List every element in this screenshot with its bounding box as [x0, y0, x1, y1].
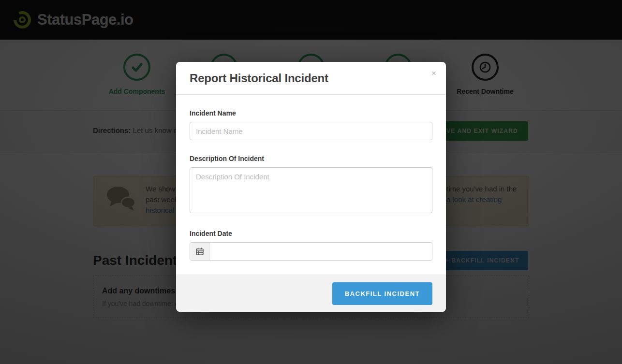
incident-date-input[interactable]	[209, 243, 432, 260]
page: StatusPage.io Add Components	[0, 0, 622, 364]
description-label: Description Of Incident	[190, 155, 432, 162]
modal-footer: BACKFILL INCIDENT	[176, 275, 446, 312]
report-historical-incident-modal: Report Historical Incident × Incident Na…	[176, 62, 446, 312]
incident-name-label: Incident Name	[190, 109, 432, 117]
close-icon[interactable]: ×	[431, 69, 436, 78]
backfill-incident-submit-button[interactable]: BACKFILL INCIDENT	[332, 282, 432, 305]
incident-name-input[interactable]	[190, 122, 432, 140]
calendar-icon[interactable]	[190, 243, 209, 260]
incident-date-group	[190, 242, 432, 261]
incident-date-label: Incident Date	[190, 230, 432, 237]
description-textarea[interactable]	[190, 167, 432, 213]
modal-title: Report Historical Incident	[190, 72, 432, 85]
modal-body: Incident Name Description Of Incident In…	[176, 95, 446, 261]
modal-header: Report Historical Incident ×	[176, 62, 446, 95]
